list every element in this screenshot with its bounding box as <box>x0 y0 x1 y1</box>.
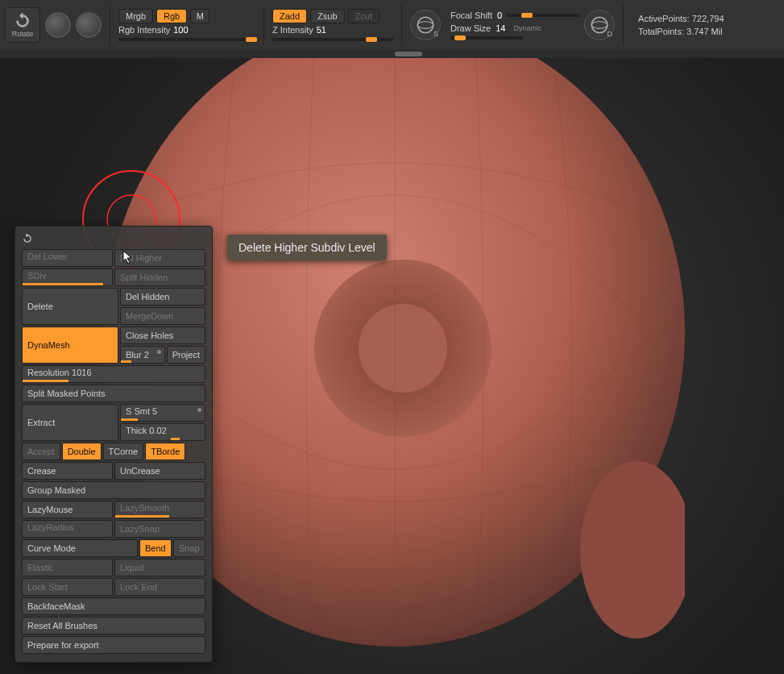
tooltip: Delete Higher Subdiv Level <box>227 235 387 260</box>
active-points-label: ActivePoints: <box>638 14 690 23</box>
lazysnap-button[interactable]: LazySnap <box>114 520 205 538</box>
rgb-intensity-value: 100 <box>173 25 188 35</box>
sdiv-slider[interactable]: SDiv <box>22 268 113 286</box>
lock-start-button[interactable]: Lock Start <box>22 578 113 596</box>
zadd-button[interactable]: Zadd <box>272 9 307 23</box>
del-higher-button[interactable]: Del Higher <box>114 249 205 267</box>
z-intensity-slider[interactable] <box>272 38 393 41</box>
curve-mode-button[interactable]: Curve Mode <box>22 539 138 557</box>
dynamesh-button[interactable]: DynaMesh <box>22 327 118 364</box>
geometry-panel: Del Lower Del Higher SDiv Split Hidden D… <box>15 226 213 663</box>
refresh-icon[interactable] <box>22 233 33 244</box>
separator <box>401 5 402 45</box>
z-intensity-value: 51 <box>317 25 326 35</box>
lazymouse-button[interactable]: LazyMouse <box>22 501 113 518</box>
rgb-block: Mrgb Rgb M Rgb Intensity 100 <box>118 9 255 41</box>
brush-slot-2-icon[interactable] <box>76 12 102 38</box>
bend-button[interactable]: Bend <box>139 539 172 557</box>
rgb-button[interactable]: Rgb <box>156 9 187 23</box>
brush-slot-1-icon[interactable] <box>45 12 71 38</box>
draw-size-slider[interactable] <box>450 36 523 40</box>
rotate-label: Rotate <box>12 30 34 38</box>
delete-button[interactable]: Delete <box>22 288 118 325</box>
rotate-icon <box>14 12 31 30</box>
focal-draw-block: Focal Shift 0 Draw Size 14 Dynamic <box>450 10 579 40</box>
z-block: Zadd Zsub Zcut Z Intensity 51 <box>272 9 393 41</box>
svg-point-1 <box>417 22 433 29</box>
draw-size-label: Draw Size <box>450 23 491 33</box>
total-points-value: 3.747 Mil <box>687 27 723 36</box>
group-masked-button[interactable]: Group Masked <box>22 481 205 499</box>
zcut-button[interactable]: Zcut <box>348 9 380 23</box>
snap-button[interactable]: Snap <box>173 539 205 557</box>
del-lower-button[interactable]: Del Lower <box>22 249 113 267</box>
rotate-button[interactable]: Rotate <box>5 7 40 43</box>
mrgb-button[interactable]: Mrgb <box>118 9 153 23</box>
focal-shift-slider[interactable] <box>507 14 579 17</box>
split-hidden-button[interactable]: Split Hidden <box>114 268 205 286</box>
svg-point-0 <box>417 17 433 33</box>
timeline-scroll-thumb[interactable] <box>395 52 422 56</box>
svg-point-3 <box>591 22 608 29</box>
s-smt-slider[interactable]: S Smt 5 <box>120 404 205 422</box>
timeline-strip[interactable] <box>0 50 784 58</box>
draw-size-value: 14 <box>496 23 505 33</box>
resolution-slider[interactable]: Resolution 1016 <box>22 365 205 383</box>
d-gyro-button[interactable]: D <box>584 10 615 40</box>
separator <box>623 5 624 45</box>
top-toolbar: Rotate Mrgb Rgb M Rgb Intensity 100 Zadd… <box>0 0 784 50</box>
extract-button[interactable]: Extract <box>22 404 118 441</box>
separator <box>110 5 110 45</box>
prepare-export-button[interactable]: Prepare for export <box>22 636 205 654</box>
project-button[interactable]: Project <box>167 346 205 364</box>
zsub-button[interactable]: Zsub <box>310 9 344 23</box>
tborder-button[interactable]: TBorde <box>145 443 185 460</box>
blur-slider[interactable]: Blur 2 <box>120 346 165 364</box>
liquid-button[interactable]: Liquid <box>114 559 205 576</box>
rgb-intensity-slider[interactable] <box>118 38 255 41</box>
reset-brushes-button[interactable]: Reset All Brushes <box>22 617 205 634</box>
close-holes-button[interactable]: Close Holes <box>120 327 205 344</box>
total-points-label: TotalPoints: <box>638 27 684 36</box>
double-button[interactable]: Double <box>62 443 102 460</box>
uncrease-button[interactable]: UnCrease <box>114 462 205 480</box>
merge-down-button[interactable]: MergeDown <box>120 307 205 325</box>
elastic-button[interactable]: Elastic <box>22 559 113 576</box>
dynamic-label[interactable]: Dynamic <box>513 24 541 32</box>
separator <box>263 5 264 45</box>
z-intensity-label: Z Intensity <box>272 25 313 35</box>
lock-end-button[interactable]: Lock End <box>114 578 205 596</box>
s-label: S <box>433 30 438 38</box>
lazyradius-slider[interactable]: LazyRadius <box>22 520 113 538</box>
crease-button[interactable]: Crease <box>22 462 113 480</box>
focal-shift-value: 0 <box>497 10 502 20</box>
lazysmooth-slider[interactable]: LazySmooth <box>114 501 205 518</box>
focal-shift-label: Focal Shift <box>450 10 492 20</box>
rgb-intensity-label: Rgb Intensity <box>118 25 170 35</box>
backface-mask-button[interactable]: BackfaceMask <box>22 597 205 615</box>
thick-slider[interactable]: Thick 0.02 <box>120 423 205 441</box>
mesh-stats: ActivePoints: 722,794 TotalPoints: 3.747… <box>638 14 724 36</box>
s-gyro-button[interactable]: S <box>410 10 441 40</box>
split-masked-button[interactable]: Split Masked Points <box>22 385 205 402</box>
svg-point-7 <box>359 304 447 393</box>
del-hidden-button[interactable]: Del Hidden <box>120 288 205 306</box>
accept-button[interactable]: Accept <box>22 443 60 460</box>
d-label: D <box>608 30 613 38</box>
active-points-value: 722,794 <box>692 14 724 23</box>
svg-point-2 <box>591 17 608 33</box>
tcorner-button[interactable]: TCorne <box>103 443 144 460</box>
m-button[interactable]: M <box>190 9 209 23</box>
